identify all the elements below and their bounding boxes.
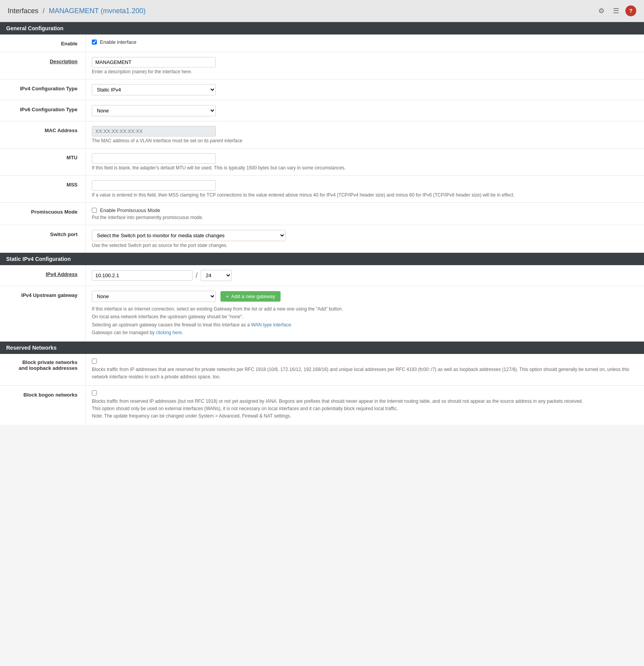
mac-address-row: MAC Address The MAC address of a VLAN in… (0, 121, 644, 148)
page-header: Interfaces / MANAGEMENT (mvneta1.200) ⚙ … (0, 0, 644, 22)
filter-icon[interactable]: ⚙ (596, 5, 607, 16)
ipv6-config-type-label: IPv6 Configuration Type (0, 100, 85, 121)
mss-hint: If a value is entered in this field, the… (92, 192, 638, 198)
ipv4-config-type-content: Static IPv4 None DHCP PPPoE (85, 79, 644, 100)
description-label: Description (0, 52, 85, 79)
block-bogon-checkbox[interactable] (92, 390, 97, 395)
enable-label: Enable (0, 35, 85, 52)
mss-label: MSS (0, 176, 85, 202)
cidr-select[interactable]: 24 8 16 25 28 30 32 (201, 270, 232, 281)
static-ipv4-section-header: Static IPv4 Configuration (0, 253, 644, 265)
block-private-content: Blocks traffic from IP addresses that ar… (85, 354, 644, 385)
mss-content: If a value is entered in this field, the… (85, 176, 644, 202)
ipv4-address-content: / 24 8 16 25 28 30 32 (85, 265, 644, 286)
promiscuous-row: Promiscuous Mode Enable Promiscuous Mode… (0, 203, 644, 225)
general-section-header: General Configuration (0, 22, 644, 35)
block-bogon-content: Blocks traffic from reserved IP addresse… (85, 386, 644, 425)
description-input[interactable] (92, 57, 216, 67)
plus-icon: + (226, 293, 229, 299)
ipv4-address-row: IPv4 Address / 24 8 16 25 28 30 32 (0, 265, 644, 286)
description-hint: Enter a description (name) for the inter… (92, 69, 638, 74)
ipv6-config-type-select[interactable]: None Static IPv6 DHCPv6 SLAAC (92, 105, 216, 116)
general-section: General Configuration Enable Enable inte… (0, 22, 644, 253)
promiscuous-hint: Put the interface into permanently promi… (92, 215, 638, 220)
ipv4-config-type-label: IPv4 Configuration Type (0, 79, 85, 100)
mtu-input[interactable] (92, 153, 216, 164)
breadcrumb: Interfaces / MANAGEMENT (mvneta1.200) (8, 7, 146, 15)
gateway-label: IPv4 Upstream gateway (0, 286, 85, 342)
ipv6-config-type-row: IPv6 Configuration Type None Static IPv6… (0, 100, 644, 121)
ipv4-address-label: IPv4 Address (0, 265, 85, 286)
mtu-row: MTU If this field is blank, the adapter'… (0, 148, 644, 176)
gateway-hint-line4: Gateways can be managed by (92, 330, 156, 335)
mac-address-hint: The MAC address of a VLAN interface must… (92, 138, 638, 143)
list-icon[interactable]: ☰ (611, 5, 622, 16)
promiscuous-label: Promiscuous Mode (0, 203, 85, 225)
switch-port-row: Switch port Select the Switch port to mo… (0, 225, 644, 253)
mtu-content: If this field is blank, the adapter's de… (85, 148, 644, 175)
gateway-hints: If this interface is an Internet connect… (92, 305, 638, 337)
ipv4-config-type-row: IPv4 Configuration Type Static IPv4 None… (0, 79, 644, 100)
block-bogon-row: Block bogon networks Blocks traffic from… (0, 386, 644, 425)
gateway-hint-line2: On local area network interfaces the ups… (92, 314, 243, 319)
ipv6-config-type-content: None Static IPv6 DHCPv6 SLAAC (85, 100, 644, 121)
static-ipv4-section-body: IPv4 Address / 24 8 16 25 28 30 32 (0, 265, 644, 342)
block-private-row: Block private networksand loopback addre… (0, 354, 644, 386)
help-icon[interactable]: ? (625, 5, 636, 16)
gateway-content: None + Add a new gateway If this interfa… (85, 286, 644, 342)
promiscuous-checkbox-label: Enable Promiscuous Mode (100, 207, 160, 213)
gateway-hint-line1: If this interface is an Internet connect… (92, 306, 343, 312)
header-icons: ⚙ ☰ ? (596, 5, 636, 16)
block-bogon-label: Block bogon networks (0, 386, 85, 425)
breadcrumb-separator: / (43, 7, 46, 15)
block-private-hint: Blocks traffic from IP addresses that ar… (92, 366, 638, 381)
switch-port-hint: Use the selected Switch port as source f… (92, 243, 638, 248)
reserved-section-header: Reserved Networks (0, 342, 644, 354)
breadcrumb-current: MANAGEMENT (mvneta1.200) (49, 7, 146, 15)
enable-checkbox[interactable] (92, 40, 97, 45)
reserved-section-body: Block private networksand loopback addre… (0, 354, 644, 425)
switch-port-select[interactable]: Select the Switch port to monitor for me… (92, 230, 286, 241)
reserved-section: Reserved Networks Block private networks… (0, 342, 644, 425)
static-ipv4-section: Static IPv4 Configuration IPv4 Address /… (0, 253, 644, 342)
promiscuous-content: Enable Promiscuous Mode Put the interfac… (85, 203, 644, 225)
mss-input[interactable] (92, 180, 216, 191)
ipv4-config-type-select[interactable]: Static IPv4 None DHCP PPPoE (92, 84, 216, 95)
clicking-here-link[interactable]: clicking here (156, 330, 182, 335)
mss-row: MSS If a value is entered in this field,… (0, 176, 644, 203)
mac-address-content: The MAC address of a VLAN interface must… (85, 121, 644, 148)
mac-address-input[interactable] (92, 126, 216, 136)
general-section-body: Enable Enable interface Description Ente… (0, 35, 644, 253)
mac-address-label: MAC Address (0, 121, 85, 148)
enable-content: Enable interface (85, 35, 644, 52)
block-private-checkbox[interactable] (92, 359, 97, 364)
switch-port-content: Select the Switch port to monitor for me… (85, 225, 644, 253)
description-content: Enter a description (name) for the inter… (85, 52, 644, 79)
wan-type-link[interactable]: WAN type interface (251, 322, 291, 328)
add-gateway-label: Add a new gateway (231, 293, 275, 299)
ipv4-address-input[interactable] (92, 270, 193, 281)
gateway-select[interactable]: None (92, 291, 216, 302)
enable-row: Enable Enable interface (0, 35, 644, 52)
block-private-label: Block private networksand loopback addre… (0, 354, 85, 385)
cidr-slash: / (196, 271, 198, 280)
gateway-row: IPv4 Upstream gateway None + Add a new g… (0, 286, 644, 342)
switch-port-label: Switch port (0, 225, 85, 253)
description-row: Description Enter a description (name) f… (0, 52, 644, 79)
mtu-label: MTU (0, 148, 85, 175)
block-bogon-hint: Blocks traffic from reserved IP addresse… (92, 398, 638, 420)
add-gateway-button[interactable]: + Add a new gateway (220, 291, 281, 302)
promiscuous-checkbox[interactable] (92, 208, 97, 213)
enable-checkbox-label: Enable interface (100, 39, 136, 45)
breadcrumb-base: Interfaces (8, 7, 38, 15)
mtu-hint: If this field is blank, the adapter's de… (92, 165, 638, 171)
gateway-hint-line3: Selecting an upstream gateway causes the… (92, 322, 251, 328)
